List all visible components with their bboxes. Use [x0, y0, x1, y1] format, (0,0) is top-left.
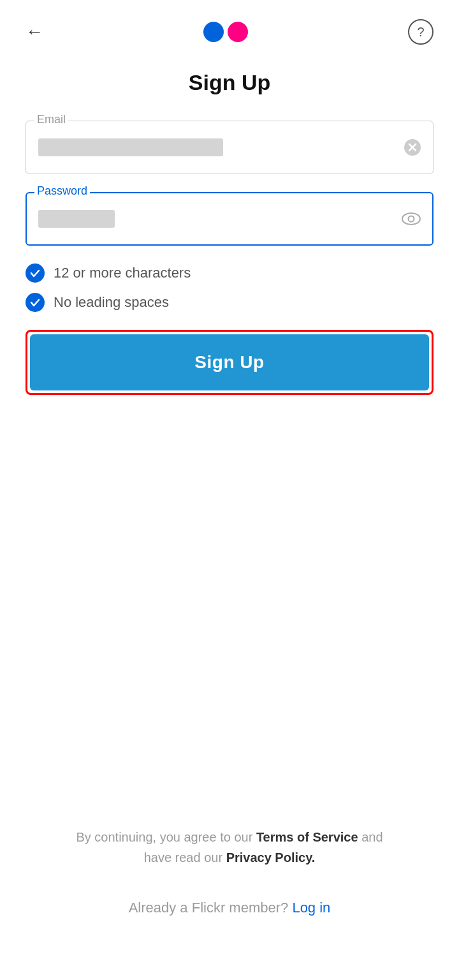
password-toggle-icon[interactable]: [402, 212, 421, 226]
check-icon-characters: [26, 264, 45, 283]
footer: By continuing, you agree to our Terms of…: [0, 827, 459, 916]
password-filled-value: [38, 210, 115, 228]
terms-middle: and: [358, 830, 383, 844]
signup-button[interactable]: Sign Up: [30, 334, 429, 390]
terms-text: By continuing, you agree to our Terms of…: [26, 827, 433, 868]
validation-list: 12 or more characters No leading spaces: [26, 264, 433, 312]
svg-point-3: [402, 213, 420, 225]
validation-spaces-text: No leading spaces: [54, 294, 169, 311]
flickr-logo: [203, 22, 248, 42]
email-field-wrapper: Email: [26, 121, 433, 174]
svg-point-4: [409, 216, 414, 222]
signup-button-highlight: Sign Up: [26, 330, 433, 395]
terms-prefix: By continuing, you agree to our: [76, 830, 256, 844]
terms-of-service-link[interactable]: Terms of Service: [256, 830, 358, 844]
terms-second-line: have read our: [144, 850, 226, 865]
header: ← ?: [0, 0, 459, 57]
email-filled-value: [38, 138, 223, 156]
already-member-text: Already a Flickr member?: [129, 900, 293, 916]
signup-form: Email Password: [0, 121, 459, 395]
password-field-wrapper: Password: [26, 192, 433, 246]
login-link[interactable]: Log in: [292, 900, 330, 916]
email-clear-icon[interactable]: [404, 139, 421, 156]
back-button[interactable]: ←: [26, 23, 43, 41]
email-label: Email: [34, 113, 68, 126]
validation-item-characters: 12 or more characters: [26, 264, 433, 283]
page-title: Sign Up: [0, 70, 459, 95]
logo-pink-dot: [228, 22, 248, 42]
privacy-policy-link[interactable]: Privacy Policy.: [226, 850, 316, 865]
password-label: Password: [34, 184, 90, 198]
validation-item-spaces: No leading spaces: [26, 293, 433, 312]
validation-characters-text: 12 or more characters: [54, 265, 191, 281]
help-button[interactable]: ?: [408, 19, 433, 45]
already-member-section: Already a Flickr member? Log in: [26, 900, 433, 916]
logo-blue-dot: [203, 22, 224, 42]
check-icon-spaces: [26, 293, 45, 312]
